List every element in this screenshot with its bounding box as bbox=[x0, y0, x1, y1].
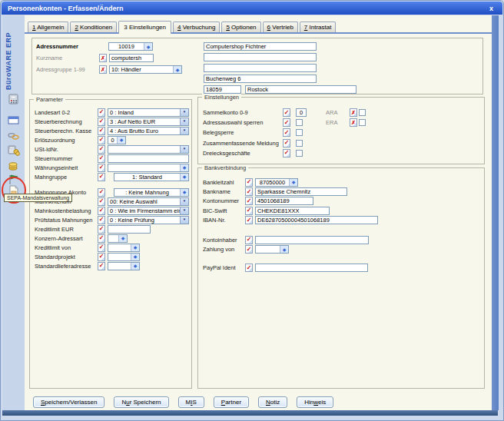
mahngruppe-akonto-spinner-field[interactable]: : Keine Mahnung◆ bbox=[114, 188, 189, 197]
field-check-icon[interactable]: ✓ bbox=[98, 164, 105, 172]
field-check-icon[interactable]: ✓ bbox=[245, 178, 253, 187]
spinner-icon[interactable]: ◆ bbox=[131, 244, 139, 251]
field-check-icon[interactable]: ✓ bbox=[245, 187, 253, 196]
dropdown-arrow-icon[interactable]: ▼ bbox=[180, 207, 188, 214]
mis-button[interactable]: MIS bbox=[178, 396, 204, 408]
field-check-icon[interactable]: ✓ bbox=[245, 197, 253, 205]
adressauswahl-sperren-checkbox[interactable] bbox=[296, 119, 303, 126]
bankleitzahl-spinner-field[interactable]: 87050000◆ bbox=[255, 178, 298, 187]
calculator-coins-icon[interactable] bbox=[8, 144, 20, 156]
standardlieferadresse-spinner-field[interactable]: ◆ bbox=[108, 262, 140, 270]
tab-7-intrastat[interactable]: 7 Intrastat bbox=[300, 22, 337, 32]
field-check-icon[interactable]: ✓ bbox=[98, 136, 105, 144]
field-check-icon[interactable]: ✓ bbox=[98, 118, 105, 126]
calculator-icon[interactable] bbox=[8, 94, 20, 105]
field-check-icon[interactable]: ✓ bbox=[245, 264, 253, 272]
tab-3-einstellungen[interactable]: 3 Einstellungen bbox=[118, 21, 171, 34]
ara-checkbox[interactable] bbox=[359, 109, 366, 116]
pr-fstatus-mahnungen-dropdown[interactable]: 0 : Keine Prüfung▼ bbox=[108, 216, 189, 224]
clear-x-icon[interactable]: ✗ bbox=[350, 118, 357, 127]
field-check-icon[interactable]: ✓ bbox=[98, 234, 105, 243]
spinner-icon[interactable]: ◆ bbox=[173, 66, 181, 73]
bic-swift-field[interactable]: CHEKDE81XXX bbox=[255, 207, 330, 215]
kreditlimit-von-spinner-field[interactable]: ◆ bbox=[108, 244, 140, 252]
field-check-icon[interactable]: ✓ bbox=[245, 236, 253, 244]
zusammenfassende-meldung-checkbox[interactable] bbox=[296, 140, 303, 147]
dropdown-arrow-icon[interactable]: ▼ bbox=[180, 118, 188, 125]
spinner-icon[interactable]: ◆ bbox=[118, 235, 127, 242]
speichern-verlassen-button[interactable]: Speichern/Verlassen bbox=[33, 396, 104, 408]
close-icon[interactable]: x bbox=[489, 5, 496, 12]
konzern-adressart-spinner-field[interactable]: ◆ bbox=[108, 234, 128, 243]
field-check-icon[interactable]: ✓ bbox=[98, 262, 105, 270]
zahlung-von-spinner-field[interactable]: ◆ bbox=[255, 245, 289, 254]
dropdown-arrow-icon[interactable]: ▼ bbox=[180, 146, 188, 153]
belegsperre-checkbox[interactable] bbox=[296, 129, 303, 136]
company-name-field[interactable]: Computershop Fichtner bbox=[204, 42, 317, 51]
tab-4-verbuchung[interactable]: 4 Verbuchung bbox=[173, 22, 220, 32]
spinner-icon[interactable]: ◆ bbox=[144, 43, 152, 50]
kontoinhaber-field[interactable] bbox=[255, 236, 369, 244]
hinweis-button[interactable]: Hinweis bbox=[297, 396, 333, 408]
field-check-icon[interactable]: ✓ bbox=[283, 139, 290, 148]
dropdown-arrow-icon[interactable]: ▼ bbox=[180, 217, 188, 224]
kreditlimit-eur-field[interactable] bbox=[108, 225, 151, 234]
field-check-icon[interactable]: ✓ bbox=[245, 245, 253, 254]
field-check-icon[interactable]: ✓ bbox=[245, 207, 253, 215]
nur-speichern-button[interactable]: Nur Speichern bbox=[114, 396, 168, 408]
dropdown-arrow-icon[interactable]: ▼ bbox=[180, 128, 188, 134]
partner-button[interactable]: Partner bbox=[214, 396, 249, 408]
address-group-dropdown[interactable]: 10: Händler ◆ bbox=[109, 65, 182, 74]
clear-x-icon[interactable]: ✗ bbox=[99, 65, 107, 74]
name-line3-field[interactable] bbox=[204, 64, 317, 72]
field-check-icon[interactable]: ✓ bbox=[98, 207, 105, 215]
notiz-button[interactable]: Notiz bbox=[258, 396, 287, 408]
spinner-icon[interactable]: ◆ bbox=[117, 137, 125, 144]
steuerberechnung-dropdown[interactable]: 3 : Auf Netto EUR▼ bbox=[108, 118, 189, 126]
standardprojekt-spinner-field[interactable]: ◆ bbox=[108, 253, 140, 261]
spinner-icon[interactable]: ◆ bbox=[180, 164, 188, 171]
ust-idnr-dropdown[interactable]: ▼ bbox=[108, 145, 189, 154]
street-field[interactable]: Buchenweg 6 bbox=[204, 75, 317, 83]
tab-1-allgemein[interactable]: 1 Allgemein bbox=[28, 22, 68, 32]
field-check-icon[interactable]: ✓ bbox=[98, 145, 105, 154]
spinner-icon[interactable]: ◆ bbox=[131, 254, 139, 260]
field-check-icon[interactable]: ✓ bbox=[283, 108, 290, 117]
landesart-0-2-dropdown[interactable]: 0 : Inland▼ bbox=[108, 108, 189, 117]
spinner-icon[interactable]: ◆ bbox=[289, 179, 297, 186]
spinner-icon[interactable]: ◆ bbox=[131, 263, 139, 270]
field-check-icon[interactable]: ✓ bbox=[98, 253, 105, 261]
clear-x-icon[interactable]: ✗ bbox=[99, 54, 107, 62]
spinner-icon[interactable]: ◆ bbox=[280, 246, 288, 253]
field-check-icon[interactable]: ✓ bbox=[98, 197, 105, 206]
mahnkostenbelastung-dropdown[interactable]: 0 : Wie im Firmenstamm eing▼ bbox=[108, 207, 189, 215]
window-icon[interactable] bbox=[8, 114, 20, 126]
paypal-ident-field[interactable] bbox=[255, 264, 368, 272]
w-hrungseinheit-spinner-field[interactable]: ◆ bbox=[108, 164, 189, 172]
field-check-icon[interactable]: ✓ bbox=[98, 244, 105, 252]
clear-x-icon[interactable]: ✗ bbox=[350, 108, 357, 117]
field-check-icon[interactable]: ✓ bbox=[98, 225, 105, 234]
bankname-field[interactable]: Sparkasse Chemnitz bbox=[255, 187, 347, 196]
kontonummer-field[interactable]: 4501068189 bbox=[255, 197, 313, 205]
dreiecksgesch-fte-checkbox[interactable] bbox=[296, 150, 303, 157]
coins-icon[interactable] bbox=[8, 160, 20, 171]
steuerberechn-kasse-dropdown[interactable]: 4 : Aus Brutto Euro▼ bbox=[108, 127, 189, 135]
field-check-icon[interactable]: ✓ bbox=[283, 149, 290, 157]
mahngruppe-spinner-field[interactable]: 1: Standard◆ bbox=[114, 173, 189, 181]
link-icon[interactable] bbox=[8, 130, 20, 141]
field-check-icon[interactable]: ✓ bbox=[98, 108, 105, 117]
address-number-field[interactable]: 10019 ◆ bbox=[108, 42, 153, 51]
iban-nr-field[interactable]: DE62870500004501068189 bbox=[255, 216, 378, 224]
dropdown-arrow-icon[interactable]: ▼ bbox=[180, 198, 188, 205]
field-check-icon[interactable]: ✓ bbox=[245, 216, 253, 224]
name-line2-field[interactable] bbox=[204, 53, 317, 61]
city-field[interactable]: Rostock bbox=[245, 85, 356, 94]
field-check-icon[interactable]: ✓ bbox=[98, 216, 105, 224]
field-check-icon[interactable]: ✓ bbox=[98, 154, 105, 163]
sammelkonto-0-9-field[interactable]: 0 bbox=[296, 108, 307, 117]
field-check-icon[interactable]: ✓ bbox=[98, 188, 105, 197]
mahnkriterium-dropdown[interactable]: 00: Keine Auswahl▼ bbox=[108, 197, 189, 206]
field-check-icon[interactable]: ✓ bbox=[283, 128, 290, 137]
tab-5-optionen[interactable]: 5 Optionen bbox=[221, 22, 260, 32]
